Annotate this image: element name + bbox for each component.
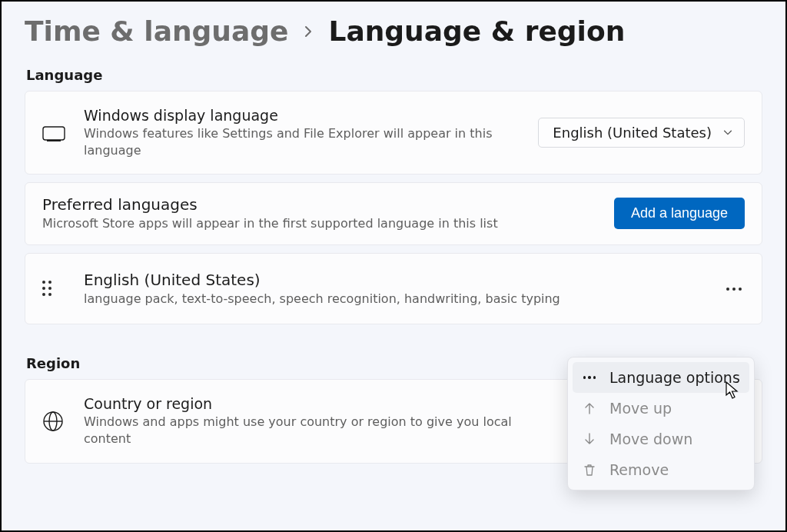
- language-item-name: English (United States): [84, 271, 723, 289]
- menu-item-language-options[interactable]: Language options: [573, 362, 749, 393]
- country-region-desc: Windows and apps might use your country …: [84, 414, 514, 447]
- settings-window: Time & language Language & region Langua…: [0, 0, 787, 532]
- arrow-up-icon: [582, 401, 597, 416]
- preferred-languages-title: Preferred languages: [42, 195, 614, 214]
- arrow-down-icon: [582, 431, 597, 447]
- ellipsis-icon: [582, 376, 597, 379]
- breadcrumb-current: Language & region: [328, 15, 625, 47]
- language-item-context-menu: Language options Move up Move down Remov…: [567, 357, 755, 490]
- trash-icon: [582, 462, 597, 477]
- display-language-selected: English (United States): [553, 125, 712, 141]
- display-language-desc: Windows features like Settings and File …: [84, 125, 514, 158]
- add-language-button[interactable]: Add a language: [614, 198, 745, 229]
- globe-icon: [42, 411, 84, 432]
- windows-display-language-card: Windows display language Windows feature…: [25, 91, 762, 175]
- menu-item-move-up: Move up: [573, 393, 749, 424]
- more-options-button[interactable]: [723, 288, 745, 291]
- menu-item-move-down: Move down: [573, 424, 749, 454]
- breadcrumb: Time & language Language & region: [25, 15, 762, 47]
- display-language-dropdown[interactable]: English (United States): [538, 118, 745, 148]
- svg-rect-0: [43, 127, 65, 140]
- display-icon: [42, 125, 84, 141]
- preferred-languages-card: Preferred languages Microsoft Store apps…: [25, 182, 762, 245]
- chevron-down-icon: [722, 125, 733, 141]
- menu-item-remove: Remove: [573, 454, 749, 485]
- section-heading-language: Language: [26, 67, 762, 83]
- chevron-right-icon: [302, 21, 314, 42]
- drag-handle-icon[interactable]: [42, 281, 56, 298]
- breadcrumb-parent[interactable]: Time & language: [25, 15, 288, 47]
- display-language-title: Windows display language: [84, 107, 538, 124]
- language-item-english-us[interactable]: English (United States) language pack, t…: [25, 253, 762, 325]
- language-item-features: language pack, text-to-speech, speech re…: [84, 291, 637, 308]
- preferred-languages-desc: Microsoft Store apps will appear in the …: [42, 215, 534, 232]
